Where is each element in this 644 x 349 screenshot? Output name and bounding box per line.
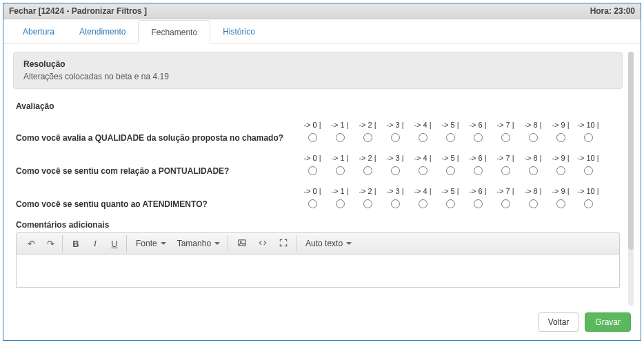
rating-scale-label: -> 9 | [547, 187, 574, 195]
rating-scale-label: -> 7 | [492, 154, 519, 162]
image-button[interactable] [232, 235, 252, 252]
rating-cell: -> 0 | [299, 154, 326, 177]
rating-radio[interactable] [308, 166, 317, 175]
chevron-down-icon [161, 242, 166, 245]
rating-cell: -> 10 | [574, 121, 602, 144]
resolution-text: Alterações colocadas no beta e na 4.19 [23, 72, 612, 81]
rating-scale-label: -> 9 | [547, 154, 574, 162]
rating-radio[interactable] [556, 166, 565, 175]
underline-button[interactable]: U [105, 235, 123, 252]
rating-radio[interactable] [308, 133, 317, 142]
tab-historico[interactable]: Histórico [210, 20, 268, 43]
maximize-icon [279, 238, 288, 250]
rating-radio[interactable] [391, 133, 400, 142]
rating-radio[interactable] [419, 199, 427, 208]
rating-radio[interactable] [556, 133, 565, 142]
tab-fechamento[interactable]: Fechamento [138, 20, 210, 43]
rating-radio[interactable] [363, 166, 372, 175]
rating-cell: -> 9 | [547, 121, 574, 144]
rating-row-punctuality: Como você se sentiu com relação a PONTUA… [16, 154, 620, 177]
rating-radio[interactable] [501, 166, 510, 175]
rating-cell: -> 1 | [326, 121, 354, 144]
fullscreen-button[interactable] [274, 235, 293, 252]
tab-abertura[interactable]: Abertura [10, 20, 67, 43]
comments-editor[interactable] [16, 255, 620, 288]
rating-radio[interactable] [529, 133, 538, 142]
rating-radio[interactable] [363, 199, 372, 208]
bold-button[interactable]: B [67, 235, 85, 252]
rating-cell: -> 10 | [574, 154, 602, 177]
rating-radio[interactable] [336, 133, 345, 142]
editor-toolbar: ↶ ↷ B I U Font [16, 232, 620, 255]
redo-icon: ↷ [47, 239, 54, 249]
rating-cell: -> 2 | [354, 154, 381, 177]
rating-radio[interactable] [363, 133, 372, 142]
rating-radio[interactable] [529, 199, 538, 208]
rating-cell: -> 10 | [574, 187, 602, 210]
rating-radio[interactable] [474, 166, 483, 175]
rating-scale-label: -> 3 | [381, 154, 409, 162]
rating-cell: -> 4 | [409, 187, 436, 210]
footer: Voltar Gravar [3, 306, 641, 340]
rating-scale-label: -> 4 | [409, 187, 436, 195]
undo-button[interactable]: ↶ [22, 235, 40, 252]
rating-scale: -> 0 |-> 1 |-> 2 |-> 3 |-> 4 |-> 5 |-> 6… [299, 187, 602, 210]
rating-cell: -> 7 | [492, 154, 519, 177]
italic-button[interactable]: I [86, 235, 104, 252]
rating-radio[interactable] [584, 199, 593, 208]
size-dropdown[interactable]: Tamanho [172, 235, 225, 252]
rating-cell: -> 9 | [547, 154, 574, 177]
rating-radio[interactable] [419, 133, 427, 142]
rating-scale-label: -> 3 | [381, 187, 409, 195]
rating-radio[interactable] [501, 133, 510, 142]
size-label: Tamanho [177, 239, 211, 248]
rating-scale: -> 0 |-> 1 |-> 2 |-> 3 |-> 4 |-> 5 |-> 6… [299, 154, 602, 177]
evaluation-title: Avaliação [16, 101, 620, 111]
rating-cell: -> 5 | [436, 187, 464, 210]
redo-button[interactable]: ↷ [41, 235, 59, 252]
rating-scale-label: -> 4 | [409, 121, 436, 129]
rating-radio[interactable] [419, 166, 427, 175]
save-button[interactable]: Gravar [585, 312, 631, 332]
font-dropdown[interactable]: Fonte [131, 235, 171, 252]
rating-cell: -> 1 | [326, 187, 354, 210]
rating-radio[interactable] [584, 133, 593, 142]
rating-cell: -> 6 | [464, 187, 492, 210]
rating-radio[interactable] [529, 166, 538, 175]
window: Fechar [12424 - Padronizar Filtros ] Hor… [3, 3, 641, 341]
rating-scale-label: -> 8 | [519, 154, 547, 162]
rating-radio[interactable] [336, 166, 345, 175]
rating-cell: -> 0 | [299, 187, 326, 210]
rating-question: Como você se sentiu com relação a PONTUA… [16, 154, 299, 176]
rating-radio[interactable] [391, 199, 400, 208]
rating-radio[interactable] [446, 199, 455, 208]
titlebar: Fechar [12424 - Padronizar Filtros ] Hor… [3, 3, 641, 19]
rating-scale-label: -> 10 | [574, 121, 602, 129]
rating-cell: -> 6 | [464, 121, 492, 144]
rating-radio[interactable] [336, 199, 345, 208]
rating-radio[interactable] [446, 166, 455, 175]
rating-radio[interactable] [446, 133, 455, 142]
back-button[interactable]: Voltar [538, 312, 580, 332]
tab-atendimento[interactable]: Atendimento [67, 20, 138, 43]
rating-radio[interactable] [391, 166, 400, 175]
code-icon [258, 238, 268, 250]
rating-radio[interactable] [584, 166, 593, 175]
rating-cell: -> 5 | [436, 154, 464, 177]
rating-radio[interactable] [556, 199, 565, 208]
rating-radio[interactable] [474, 133, 483, 142]
scrollbar[interactable] [628, 52, 634, 306]
comments-label: Comentários adicionais [16, 220, 620, 230]
source-button[interactable] [253, 235, 272, 252]
rating-row-service: Como você se sentiu quanto ao ATENDIMENT… [16, 187, 620, 210]
rating-scale-label: -> 7 | [492, 121, 519, 129]
autotext-dropdown[interactable]: Auto texto [301, 235, 356, 252]
rating-radio[interactable] [501, 199, 510, 208]
scrollbar-thumb[interactable] [628, 52, 634, 250]
rating-scale-label: -> 0 | [299, 154, 326, 162]
font-label: Fonte [136, 239, 157, 248]
autotext-label: Auto texto [305, 239, 343, 248]
rating-scale-label: -> 2 | [354, 154, 381, 162]
rating-radio[interactable] [308, 199, 317, 208]
rating-radio[interactable] [474, 199, 483, 208]
